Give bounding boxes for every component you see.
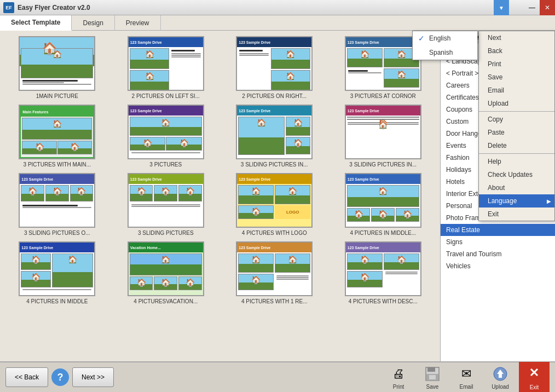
template-thumb-12[interactable]: 123 Sample Drive [345,173,421,228]
upload-icon [492,365,509,383]
exit-icon [527,365,542,383]
app-title: Easy Flyer Creator v2.0 [18,4,90,11]
template-label-1: 1MAIN PICTURE [36,93,78,99]
template-item[interactable]: 123 Sample Drive [5,241,109,304]
save-toolbar-button[interactable]: Save [417,362,448,392]
template-label-2: 2 PICTURES ON LEFT SI... [132,93,200,99]
template-grid[interactable]: 123 Sample Drive 1MAIN PICTURE 123 Sampl… [0,31,440,361]
template-thumb-7[interactable]: 123 Sample Drive [236,105,313,159]
menu-item-check-updates[interactable]: Check Updates [479,168,554,181]
email-toolbar-button[interactable]: ✉ Email [451,362,482,392]
template-label-13: 4 PICTURES IN MIDDLE [26,298,88,304]
template-thumb-1[interactable]: 123 Sample Drive [19,36,95,91]
menu-item-language[interactable]: Language [479,194,554,207]
category-item-vehicles[interactable]: Vehicles [441,260,555,272]
template-item[interactable]: 123 Sample Drive 3 [114,173,218,236]
template-item[interactable]: 123 Sample Drive 3 SLIDING PICTURES [223,105,326,168]
template-label-11: 4 PICTURES WITH LOGO [242,230,307,236]
category-item-signs[interactable]: Signs [441,236,555,248]
template-item[interactable]: 123 Sample Drive 2 PICTURES ON RIGHT... [223,36,326,99]
tab-preview[interactable]: Preview [115,15,161,31]
tab-design[interactable]: Design [72,15,114,31]
menu-item-back[interactable]: Back [479,44,554,57]
menu-item-exit[interactable]: Exit [479,207,554,221]
template-item[interactable]: Main Features 3 PICTURES WITH MAIN... [5,105,109,168]
nav-bar: Select Template Design Preview [0,15,555,31]
tab-select-template[interactable]: Select Template [0,15,72,31]
template-label-6: 3 PICTURES [149,162,182,168]
template-label-7: 3 SLIDING PICTURES IN... [241,162,308,168]
help-button[interactable]: ? [51,368,69,386]
checkmark-english: ✓ [418,34,426,43]
menu-item-help[interactable]: Help [479,155,554,168]
exit-toolbar-button[interactable]: Exit [519,362,550,392]
menu-item-delete[interactable]: Delete [479,139,554,152]
window-controls: ▼ — ✕ [524,0,555,15]
template-thumb-3[interactable]: 123 Sample Drive [236,36,313,91]
title-bar: EF Easy Flyer Creator v2.0 ▼ — ✕ [0,0,555,15]
template-item[interactable]: 123 Sample Drive 4 PICTURES WITH 1 RE... [223,241,326,304]
template-item[interactable]: 123 Sample Drive 3 SLIDING PICTURES IN..… [332,105,435,168]
template-item[interactable]: 123 Sample Drive 4 [332,241,435,304]
bottom-toolbar: << Back ? Next >> 🖨 Print Save ✉ Email U [0,361,555,392]
lang-label-spanish: Spanish [429,49,453,56]
template-thumb-9[interactable]: 123 Sample Drive [19,173,95,228]
save-icon [424,365,441,383]
upload-label: Upload [492,384,509,390]
template-thumb-15[interactable]: 123 Sample Drive [236,241,313,296]
menu-item-next[interactable]: Next [479,31,554,44]
template-label-3: 2 PICTURES ON RIGHT... [242,93,307,99]
print-icon: 🖨 [390,365,407,383]
lang-item-english[interactable]: ✓ English [413,31,477,45]
dropdown-button[interactable]: ▼ [494,0,509,15]
email-icon: ✉ [458,365,475,383]
back-button[interactable]: << Back [5,367,48,387]
template-thumb-13[interactable]: 123 Sample Drive [19,241,95,296]
template-item[interactable]: Vacation Home... 4 PICTURESVACATION... [114,241,218,304]
menu-item-save[interactable]: Save [479,71,554,84]
template-item[interactable]: 123 Sample Drive LOGO 4 PICTURES WITH LO… [223,173,326,236]
template-thumb-6[interactable]: 123 Sample Drive [128,105,204,159]
category-item-real-estate[interactable]: Real Estate [441,224,555,236]
template-thumb-11[interactable]: 123 Sample Drive LOGO [236,173,313,228]
close-button[interactable]: ✕ [540,0,555,15]
menu-item-print[interactable]: Print [479,57,554,71]
email-label: Email [459,384,473,390]
template-label-15: 4 PICTURES WITH 1 RE... [241,298,308,304]
template-label-5: 3 PICTURES WITH MAIN... [24,162,91,168]
template-item[interactable]: 123 Sample Drive 1MAIN PICTURE [5,36,109,99]
template-grid-inner: 123 Sample Drive 1MAIN PICTURE 123 Sampl… [5,36,435,304]
menu-separator-2 [479,153,554,154]
menu-item-upload[interactable]: Upload [479,97,554,110]
menu-item-copy[interactable]: Copy [479,113,554,126]
template-thumb-5[interactable]: Main Features [19,105,95,159]
template-label-4: 3 PICTURES AT CORNOR [350,93,416,99]
template-thumb-10[interactable]: 123 Sample Drive [128,173,204,228]
template-item[interactable]: 123 Sample Drive 2 PICTURES ON LEFT SI..… [114,36,218,99]
template-thumb-16[interactable]: 123 Sample Drive [345,241,421,296]
template-item[interactable]: 123 Sample Drive 4 PICTURES IN MIDDLE... [332,173,435,236]
next-button[interactable]: Next >> [72,367,114,387]
template-thumb-4[interactable]: 123 Sample Drive [345,36,421,91]
print-toolbar-button[interactable]: 🖨 Print [383,362,414,392]
template-thumb-8[interactable]: 123 Sample Drive [345,105,421,159]
main-area: 123 Sample Drive 1MAIN PICTURE 123 Sampl… [0,31,555,361]
template-item[interactable]: 123 Sample Drive 3 SLIDING PICTURES O... [5,173,109,236]
category-item-travel-tourism[interactable]: Travel and Tourism [441,248,555,260]
menu-separator-1 [479,111,554,112]
menu-item-about[interactable]: About [479,181,554,194]
upload-toolbar-button[interactable]: Upload [485,362,516,392]
language-submenu: ✓ English ✓ Spanish [412,31,478,60]
menu-item-email[interactable]: Email [479,84,554,97]
svg-rect-3 [429,375,436,379]
template-item[interactable]: 123 Sample Drive 3 PICTURES [114,105,218,168]
print-label: Print [393,384,404,390]
lang-label-english: English [429,34,450,42]
menu-item-paste[interactable]: Paste [479,126,554,139]
template-label-9: 3 SLIDING PICTURES O... [24,230,90,236]
template-thumb-14[interactable]: Vacation Home... [128,241,204,296]
minimize-button[interactable]: — [524,0,540,15]
template-thumb-2[interactable]: 123 Sample Drive [128,36,204,91]
svg-rect-1 [427,367,435,372]
lang-item-spanish[interactable]: ✓ Spanish [413,45,477,60]
